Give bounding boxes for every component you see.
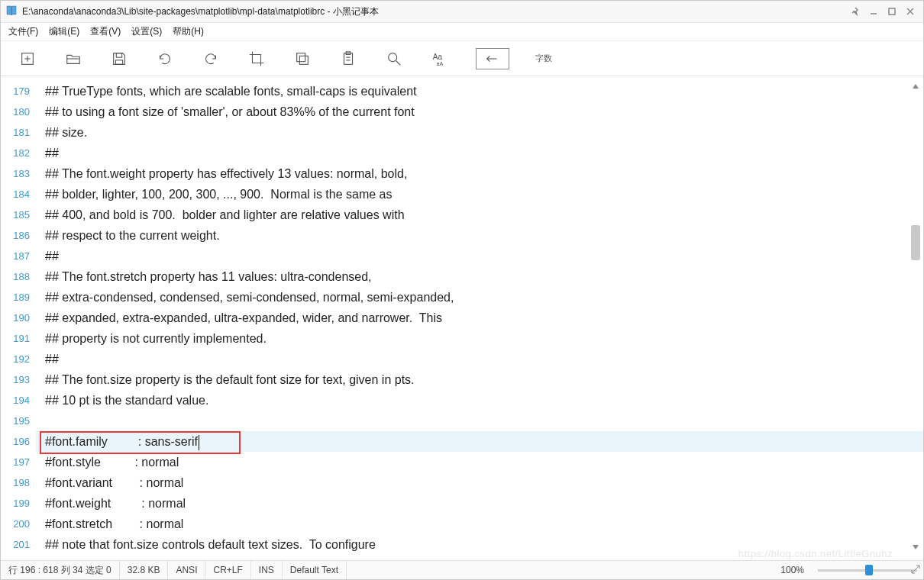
text-line[interactable]: #font.style : normal (36, 452, 923, 472)
text-line[interactable]: ## The font.weight property has effectiv… (36, 163, 923, 184)
line-number: 190 (1, 308, 36, 328)
text-line[interactable]: ## bolder, lighter, 100, 200, 300, ..., … (36, 184, 923, 205)
svg-marker-19 (913, 84, 919, 89)
text-content[interactable]: ## TrueType fonts, which are scalable fo… (36, 76, 923, 562)
vertical-scrollbar[interactable] (909, 80, 922, 553)
line-number: 189 (1, 287, 36, 308)
text-line[interactable]: ## 10 pt is the standard value. (36, 390, 923, 411)
line-number: 197 (1, 452, 36, 472)
text-line[interactable]: ## to using a font size of 'smaller', or… (36, 102, 923, 122)
font-case-button[interactable]: AaaA (430, 49, 450, 69)
crop-button[interactable] (247, 49, 267, 69)
text-line[interactable]: #font.family : sans-serif (36, 431, 923, 452)
text-line[interactable]: ## TrueType fonts, which are scalable fo… (36, 81, 923, 102)
line-number: 198 (1, 472, 36, 493)
menu-view[interactable]: 查看(V) (90, 25, 121, 38)
new-file-button[interactable] (18, 49, 37, 69)
close-button[interactable] (902, 4, 919, 19)
svg-marker-20 (913, 545, 919, 549)
line-number: 187 (1, 246, 36, 266)
text-line[interactable]: ## The font.size property is the default… (36, 369, 923, 390)
line-number: 199 (1, 493, 36, 514)
text-line[interactable]: ## note that font.size controls default … (36, 534, 923, 555)
svg-rect-8 (115, 60, 122, 64)
line-number: 182 (1, 143, 36, 163)
menu-settings[interactable]: 设置(S) (131, 25, 162, 38)
status-eol[interactable]: CR+LF (205, 561, 250, 579)
svg-point-15 (389, 53, 397, 61)
text-line[interactable]: ## size. (36, 122, 923, 143)
toolbar: AaaA 字数 (1, 41, 923, 76)
line-number: 191 (1, 328, 36, 349)
scroll-down-icon[interactable] (909, 541, 922, 553)
text-line[interactable]: #font.stretch : normal (36, 514, 923, 534)
text-line[interactable]: ## expanded, extra-expanded, ultra-expan… (36, 308, 923, 328)
line-number: 193 (1, 369, 36, 390)
open-file-button[interactable] (63, 49, 83, 69)
status-encoding[interactable]: ANSI (168, 561, 205, 579)
status-zoom-level[interactable]: 100% (773, 561, 812, 579)
word-count-label[interactable]: 字数 (535, 53, 552, 64)
text-line[interactable]: ## property is not currently implemented… (36, 328, 923, 349)
text-line[interactable]: #font.weight : normal (36, 493, 923, 514)
zoom-slider-thumb[interactable] (865, 565, 873, 575)
menu-help[interactable]: 帮助(H) (173, 25, 204, 38)
text-caret (199, 435, 199, 450)
line-number: 184 (1, 184, 36, 205)
svg-rect-1 (889, 8, 895, 14)
menu-file[interactable]: 文件(F) (8, 25, 38, 38)
menu-edit[interactable]: 编辑(E) (49, 25, 79, 38)
status-insert-mode[interactable]: INS (251, 561, 283, 579)
svg-line-16 (396, 60, 401, 65)
redo-button[interactable] (201, 49, 221, 69)
text-line[interactable]: #font.variant : normal (36, 472, 923, 493)
paste-button[interactable] (338, 49, 358, 69)
line-number: 196 (1, 431, 36, 452)
line-number: 183 (1, 163, 36, 184)
status-file-size: 32.8 KB (120, 561, 169, 579)
undo-button[interactable] (155, 49, 175, 69)
scroll-up-icon[interactable] (909, 80, 922, 92)
line-number: 181 (1, 122, 36, 143)
line-number: 179 (1, 81, 36, 102)
line-number-gutter: 1791801811821831841851861871881891901911… (1, 76, 36, 562)
line-number: 192 (1, 349, 36, 369)
line-number: 185 (1, 205, 36, 225)
line-number: 188 (1, 266, 36, 287)
text-line[interactable]: ## The font.stretch property has 11 valu… (36, 266, 923, 287)
svg-rect-7 (116, 53, 121, 57)
copy-button[interactable] (292, 49, 312, 69)
line-number: 194 (1, 390, 36, 411)
text-line[interactable] (36, 411, 923, 431)
line-number: 195 (1, 411, 36, 431)
line-number: 200 (1, 514, 36, 534)
status-cursor-position: 行 196 : 618 列 34 选定 0 (1, 561, 120, 579)
title-bar: E:\anaconda\anaconda3\Lib\site-packages\… (1, 1, 923, 23)
text-line[interactable]: ## (36, 246, 923, 266)
text-line[interactable]: ## (36, 143, 923, 163)
minimize-button[interactable] (865, 4, 882, 19)
text-line[interactable]: ## (36, 349, 923, 369)
app-icon (5, 5, 18, 19)
window-title: E:\anaconda\anaconda3\Lib\site-packages\… (22, 5, 847, 18)
svg-rect-10 (299, 56, 308, 64)
save-button[interactable] (109, 49, 129, 69)
svg-rect-9 (297, 53, 305, 61)
text-line[interactable]: ## extra-condensed, condensed, semi-cond… (36, 287, 923, 308)
svg-text:aA: aA (436, 60, 443, 67)
editor[interactable]: 1791801811821831841851861871881891901911… (1, 76, 923, 562)
wrap-button[interactable] (476, 48, 509, 69)
resize-grip-icon[interactable] (910, 564, 921, 577)
zoom-slider[interactable] (818, 569, 917, 572)
line-number: 186 (1, 225, 36, 246)
text-line[interactable]: ## 400, and bold is 700. bolder and ligh… (36, 205, 923, 225)
search-button[interactable] (384, 49, 404, 69)
maximize-button[interactable] (884, 4, 900, 19)
status-bar: 行 196 : 618 列 34 选定 0 32.8 KB ANSI CR+LF… (1, 560, 923, 579)
text-line[interactable]: ## respect to the current weight. (36, 225, 923, 246)
pin-button[interactable] (847, 4, 864, 19)
status-syntax[interactable]: Default Text (283, 561, 347, 579)
line-number: 201 (1, 534, 36, 555)
menu-bar: 文件(F) 编辑(E) 查看(V) 设置(S) 帮助(H) (1, 23, 923, 41)
scrollbar-thumb[interactable] (911, 225, 920, 260)
